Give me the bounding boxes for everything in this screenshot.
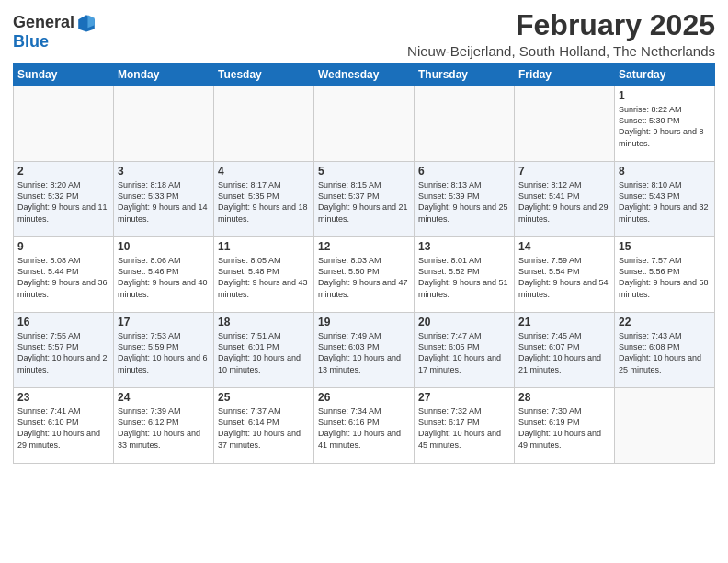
day-info: Sunrise: 7:47 AM Sunset: 6:05 PM Dayligh… bbox=[418, 330, 510, 375]
day-number: 12 bbox=[318, 240, 410, 253]
day-info: Sunrise: 7:32 AM Sunset: 6:17 PM Dayligh… bbox=[418, 406, 510, 451]
day-number: 16 bbox=[17, 316, 109, 328]
day-info: Sunrise: 8:13 AM Sunset: 5:39 PM Dayligh… bbox=[418, 179, 510, 224]
table-row: 22Sunrise: 7:43 AM Sunset: 6:08 PM Dayli… bbox=[615, 313, 715, 388]
logo-icon bbox=[76, 13, 97, 33]
day-info: Sunrise: 8:12 AM Sunset: 5:41 PM Dayligh… bbox=[518, 179, 610, 224]
day-info: Sunrise: 7:55 AM Sunset: 5:57 PM Dayligh… bbox=[17, 330, 109, 375]
table-row bbox=[314, 86, 415, 162]
title-area: February 2025 Nieuw-Beijerland, South Ho… bbox=[407, 9, 715, 59]
day-number: 15 bbox=[619, 240, 711, 253]
day-info: Sunrise: 8:20 AM Sunset: 5:32 PM Dayligh… bbox=[17, 179, 109, 224]
day-info: Sunrise: 8:06 AM Sunset: 5:46 PM Dayligh… bbox=[118, 255, 210, 300]
day-number: 21 bbox=[518, 316, 610, 328]
page: General Blue February 2025 Nieuw-Beijerl… bbox=[0, 0, 728, 563]
table-row bbox=[214, 86, 314, 162]
table-row: 15Sunrise: 7:57 AM Sunset: 5:56 PM Dayli… bbox=[615, 237, 715, 313]
day-info: Sunrise: 7:37 AM Sunset: 6:14 PM Dayligh… bbox=[218, 406, 310, 451]
day-number: 6 bbox=[418, 165, 510, 178]
table-row: 13Sunrise: 8:01 AM Sunset: 5:52 PM Dayli… bbox=[415, 237, 515, 313]
header-monday: Monday bbox=[114, 63, 214, 86]
calendar-header-row: Sunday Monday Tuesday Wednesday Thursday… bbox=[14, 63, 715, 86]
day-info: Sunrise: 8:22 AM Sunset: 5:30 PM Dayligh… bbox=[619, 104, 711, 149]
day-info: Sunrise: 7:34 AM Sunset: 6:16 PM Dayligh… bbox=[318, 406, 410, 451]
day-info: Sunrise: 8:18 AM Sunset: 5:33 PM Dayligh… bbox=[118, 179, 210, 224]
day-info: Sunrise: 7:30 AM Sunset: 6:19 PM Dayligh… bbox=[518, 406, 610, 451]
table-row: 1Sunrise: 8:22 AM Sunset: 5:30 PM Daylig… bbox=[615, 86, 715, 162]
day-number: 8 bbox=[619, 165, 711, 178]
header-friday: Friday bbox=[515, 63, 615, 86]
day-number: 9 bbox=[17, 240, 109, 253]
day-number: 23 bbox=[17, 391, 109, 404]
header-tuesday: Tuesday bbox=[214, 63, 314, 86]
table-row: 11Sunrise: 8:05 AM Sunset: 5:48 PM Dayli… bbox=[214, 237, 314, 313]
day-info: Sunrise: 7:45 AM Sunset: 6:07 PM Dayligh… bbox=[518, 330, 610, 375]
header-thursday: Thursday bbox=[415, 63, 515, 86]
day-number: 11 bbox=[218, 240, 310, 253]
day-number: 17 bbox=[118, 316, 210, 328]
table-row: 2Sunrise: 8:20 AM Sunset: 5:32 PM Daylig… bbox=[14, 162, 114, 237]
table-row: 3Sunrise: 8:18 AM Sunset: 5:33 PM Daylig… bbox=[114, 162, 214, 237]
day-number: 26 bbox=[318, 391, 410, 404]
table-row: 5Sunrise: 8:15 AM Sunset: 5:37 PM Daylig… bbox=[314, 162, 415, 237]
header-wednesday: Wednesday bbox=[314, 63, 415, 86]
table-row: 25Sunrise: 7:37 AM Sunset: 6:14 PM Dayli… bbox=[214, 388, 314, 464]
day-number: 14 bbox=[518, 240, 610, 253]
table-row: 12Sunrise: 8:03 AM Sunset: 5:50 PM Dayli… bbox=[314, 237, 415, 313]
day-number: 19 bbox=[318, 316, 410, 328]
header: General Blue February 2025 Nieuw-Beijerl… bbox=[13, 9, 715, 59]
table-row: 4Sunrise: 8:17 AM Sunset: 5:35 PM Daylig… bbox=[214, 162, 314, 237]
table-row bbox=[14, 86, 114, 162]
day-info: Sunrise: 8:01 AM Sunset: 5:52 PM Dayligh… bbox=[418, 255, 510, 300]
table-row: 7Sunrise: 8:12 AM Sunset: 5:41 PM Daylig… bbox=[515, 162, 615, 237]
table-row bbox=[415, 86, 515, 162]
table-row: 26Sunrise: 7:34 AM Sunset: 6:16 PM Dayli… bbox=[314, 388, 415, 464]
table-row bbox=[515, 86, 615, 162]
day-number: 25 bbox=[218, 391, 310, 404]
day-number: 10 bbox=[118, 240, 210, 253]
day-info: Sunrise: 7:51 AM Sunset: 6:01 PM Dayligh… bbox=[218, 330, 310, 375]
table-row: 20Sunrise: 7:47 AM Sunset: 6:05 PM Dayli… bbox=[415, 313, 515, 388]
table-row: 23Sunrise: 7:41 AM Sunset: 6:10 PM Dayli… bbox=[14, 388, 114, 464]
day-info: Sunrise: 7:57 AM Sunset: 5:56 PM Dayligh… bbox=[619, 255, 711, 300]
logo-blue: Blue bbox=[13, 33, 97, 52]
table-row: 10Sunrise: 8:06 AM Sunset: 5:46 PM Dayli… bbox=[114, 237, 214, 313]
day-number: 5 bbox=[318, 165, 410, 178]
logo: General Blue bbox=[13, 13, 97, 52]
day-info: Sunrise: 7:53 AM Sunset: 5:59 PM Dayligh… bbox=[118, 330, 210, 375]
day-info: Sunrise: 7:41 AM Sunset: 6:10 PM Dayligh… bbox=[17, 406, 109, 451]
day-number: 1 bbox=[619, 89, 711, 102]
day-info: Sunrise: 8:17 AM Sunset: 5:35 PM Dayligh… bbox=[218, 179, 310, 224]
day-number: 24 bbox=[118, 391, 210, 404]
header-sunday: Sunday bbox=[14, 63, 114, 86]
table-row: 18Sunrise: 7:51 AM Sunset: 6:01 PM Dayli… bbox=[214, 313, 314, 388]
day-info: Sunrise: 8:15 AM Sunset: 5:37 PM Dayligh… bbox=[318, 179, 410, 224]
table-row: 28Sunrise: 7:30 AM Sunset: 6:19 PM Dayli… bbox=[515, 388, 615, 464]
day-number: 28 bbox=[518, 391, 610, 404]
day-number: 7 bbox=[518, 165, 610, 178]
table-row bbox=[615, 388, 715, 464]
logo-general: General bbox=[13, 14, 74, 32]
header-saturday: Saturday bbox=[615, 63, 715, 86]
day-number: 27 bbox=[418, 391, 510, 404]
table-row: 9Sunrise: 8:08 AM Sunset: 5:44 PM Daylig… bbox=[14, 237, 114, 313]
table-row: 17Sunrise: 7:53 AM Sunset: 5:59 PM Dayli… bbox=[114, 313, 214, 388]
day-info: Sunrise: 8:10 AM Sunset: 5:43 PM Dayligh… bbox=[619, 179, 711, 224]
table-row: 27Sunrise: 7:32 AM Sunset: 6:17 PM Dayli… bbox=[415, 388, 515, 464]
day-info: Sunrise: 8:08 AM Sunset: 5:44 PM Dayligh… bbox=[17, 255, 109, 300]
day-info: Sunrise: 8:03 AM Sunset: 5:50 PM Dayligh… bbox=[318, 255, 410, 300]
day-info: Sunrise: 7:43 AM Sunset: 6:08 PM Dayligh… bbox=[619, 330, 711, 375]
day-info: Sunrise: 8:05 AM Sunset: 5:48 PM Dayligh… bbox=[218, 255, 310, 300]
table-row: 21Sunrise: 7:45 AM Sunset: 6:07 PM Dayli… bbox=[515, 313, 615, 388]
table-row: 16Sunrise: 7:55 AM Sunset: 5:57 PM Dayli… bbox=[14, 313, 114, 388]
day-number: 20 bbox=[418, 316, 510, 328]
table-row: 19Sunrise: 7:49 AM Sunset: 6:03 PM Dayli… bbox=[314, 313, 415, 388]
table-row: 24Sunrise: 7:39 AM Sunset: 6:12 PM Dayli… bbox=[114, 388, 214, 464]
location-title: Nieuw-Beijerland, South Holland, The Net… bbox=[407, 43, 715, 59]
day-info: Sunrise: 7:59 AM Sunset: 5:54 PM Dayligh… bbox=[518, 255, 610, 300]
table-row bbox=[114, 86, 214, 162]
table-row: 8Sunrise: 8:10 AM Sunset: 5:43 PM Daylig… bbox=[615, 162, 715, 237]
day-number: 2 bbox=[17, 165, 109, 178]
day-info: Sunrise: 7:39 AM Sunset: 6:12 PM Dayligh… bbox=[118, 406, 210, 451]
month-title: February 2025 bbox=[407, 9, 715, 41]
